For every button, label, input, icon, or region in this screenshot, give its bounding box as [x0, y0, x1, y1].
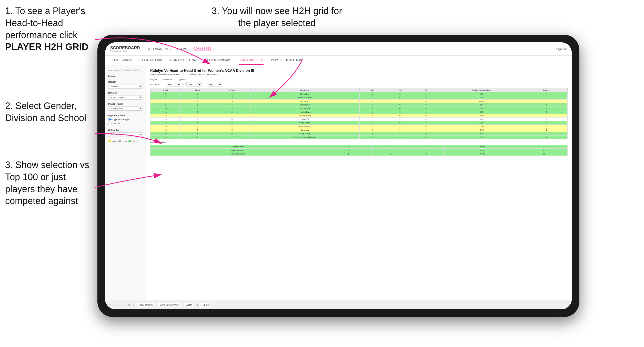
subnav-team-summary[interactable]: TEAM SUMMARY [110, 56, 133, 65]
th-loss: Loss [385, 88, 415, 92]
ood-table-row: Foreign Team1004.5002 [150, 145, 568, 149]
table-row: 19106Emily Chang4100.3011 [150, 132, 568, 136]
sidebar-colour-section: Colour by Win/loss [108, 129, 143, 137]
toolbar-undo2[interactable]: ↩ [114, 304, 116, 306]
th-reg: # Reg [181, 88, 214, 92]
sub-navbar: TEAM SUMMARY TEAM H2H GRID TEAM H2H HEAT… [105, 56, 572, 65]
table-body: 311Esther Lee1011.504522Alexis Sudijanto… [150, 92, 568, 139]
nav-teams[interactable]: TEAMS [177, 47, 187, 51]
legend-dot-level [118, 140, 121, 142]
filter-region: Region [150, 78, 157, 81]
table-header-row: # Div # Reg # Conf Opponent Win Loss Tie… [150, 88, 568, 92]
table-row: 914Sharon Mun1003.673 [150, 103, 568, 107]
subnav-player-summary[interactable]: PLAYER SUMMARY [205, 56, 231, 65]
opponent-view-radio-group: Opponents Played Top 100 [108, 118, 143, 125]
subnav-team-h2h-grid[interactable]: TEAM H2H GRID [140, 56, 162, 65]
panel-title: Katelyn Vo Head-to-Head Grid for Women's… [150, 69, 568, 73]
sidebar-player-section: Player [108, 75, 143, 78]
app-navbar: SCOREBOARD Powered by clippd TOURNAMENTS… [105, 42, 572, 56]
legend-dot-down [108, 140, 111, 142]
subnav-player-h2h-grid[interactable]: PLAYER H2H GRID [239, 56, 264, 65]
table-row: 1585Stella Cheng1001.254 [150, 121, 568, 125]
colour-legend: Down Level Up [108, 140, 143, 142]
th-diff: Diff Av Strokes/Rnd [437, 88, 526, 92]
ood-table-row: NCAA Division 25007.40010 [150, 152, 568, 156]
th-div: # Div [150, 88, 181, 92]
toolbar-more[interactable]: ⚙ [128, 304, 130, 306]
gender-select[interactable]: Women's [108, 84, 143, 89]
h2h-table: # Div # Reg # Conf Opponent Win Loss Tie… [150, 88, 568, 139]
th-conf: # Conf [214, 88, 250, 92]
ood-table-body: Foreign Team1004.5002NAIA Division 11500… [150, 145, 568, 156]
th-tie: Tie [415, 88, 437, 92]
table-row: 311Esther Lee1011.504 [150, 92, 568, 96]
th-win: Win [359, 88, 385, 92]
instruction-step3-left: 3. Show selection vs Top 100 or just pla… [5, 159, 92, 207]
sidebar-opponent-view-section: Opponent view Opponents Played Top 100 [108, 114, 143, 125]
table-row: 522Alexis Sudijanto1004.003 [150, 96, 568, 100]
view-original-btn[interactable]: View: Original [137, 303, 155, 307]
subnav-team-h2h-heatmap[interactable]: TEAM H2H HEATMAP [170, 56, 198, 65]
radio-opponents-played[interactable]: Opponents Played [108, 118, 143, 121]
toolbar-undo[interactable]: ↩ [109, 304, 111, 306]
opponents-filter-select[interactable]: (All) [166, 82, 181, 86]
toolbar-redo[interactable]: ↪ [119, 304, 122, 306]
panel-records: Overall Record: 353 - 34 - 6 Division Re… [150, 73, 568, 76]
table-row: 1311Jessica Huang000-3.002 [150, 114, 568, 118]
radio-top-100[interactable]: Top 100 [108, 122, 143, 125]
watch-btn[interactable]: Watch [184, 303, 194, 307]
nav-tournaments[interactable]: TOURNAMENTS [148, 47, 171, 51]
instruction-step1: 1. To see a Player's Head-to-Head perfor… [5, 5, 103, 53]
th-rounds: Rounds [526, 88, 567, 92]
instruction-step2: 2. Select Gender, Division and School [5, 100, 92, 124]
toolbar-separator: | [125, 304, 125, 306]
share-btn[interactable]: Share [201, 303, 210, 307]
app-logo: SCOREBOARD Powered by clippd [110, 46, 140, 52]
tablet-screen: SCOREBOARD Powered by clippd TOURNAMENTS… [105, 42, 572, 309]
sidebar-gender-section: Gender Women's [108, 81, 143, 89]
legend-dot-up [128, 140, 131, 142]
filter-row: Region Conference Opponent [150, 78, 568, 81]
filter-selects-row: Opponents: (All) (All) (All) [150, 82, 568, 86]
nav-sign-out[interactable]: Sign out [556, 47, 567, 51]
save-custom-btn[interactable]: Save Custom View [158, 303, 181, 307]
toolbar-separator3: | [197, 304, 198, 306]
nav-items: TOURNAMENTS TEAMS COMMITTEE [148, 47, 549, 51]
out-of-division-table: Foreign Team1004.5002NAIA Division 11500… [150, 145, 568, 156]
table-row: 1063Andrea York2004.004 [150, 107, 568, 110]
table-row: 1822Euna Lee000-5.002 [150, 128, 568, 132]
division-select[interactable]: NCAA Division III [108, 95, 143, 100]
filter-conference: Conference [162, 78, 172, 81]
nav-committee[interactable]: COMMITTEE [193, 47, 212, 51]
main-panel: Katelyn Vo Head-to-Head Grid for Women's… [146, 65, 572, 309]
subnav-player-h2h-heatmap[interactable]: PLAYER H2H HEATMAP [271, 56, 302, 65]
sidebar-player-rank-section: Player (Rank) 8. Katelyn Vo [108, 103, 143, 111]
table-row: 20117Federica Domecq Lacroze2101.336 [150, 136, 568, 139]
sidebar-timestamp: Last Updated: 27/03/2024 16:55:38 [108, 69, 143, 71]
sidebar-division-section: Division NCAA Division III [108, 92, 143, 100]
table-row: 633Sydney Kuo010-1.003 [150, 100, 568, 103]
opponent-filter-select[interactable]: (All) [207, 82, 222, 86]
table-row: 1613Jessica Mason120-0.947 [150, 125, 568, 128]
table-row: 1474Eunice Yi2200.389 [150, 118, 568, 121]
filter-opponent-label: Opponent [178, 78, 187, 81]
table-row: 1125Heejo Hyun1003.333 [150, 110, 568, 114]
sidebar: Last Updated: 27/03/2024 16:55:38 Player… [105, 65, 146, 309]
tablet-frame: SCOREBOARD Powered by clippd TOURNAMENTS… [97, 35, 579, 317]
ood-table-row: NAIA Division 115009.26730 [150, 149, 568, 152]
toolbar-separator2: | [133, 304, 134, 306]
player-rank-select[interactable]: 8. Katelyn Vo [108, 106, 143, 111]
conference-filter-select[interactable]: (All) [186, 82, 202, 86]
th-opponent: Opponent [250, 88, 359, 92]
instruction-step3-right: 3. You will now see H2H grid for the pla… [210, 5, 344, 29]
colour-by-select[interactable]: Win/loss [108, 132, 143, 137]
app-toolbar: ↩ ↩ ↪ | ⚙ | View: Original Save Custom V… [105, 300, 572, 309]
main-content: Last Updated: 27/03/2024 16:55:38 Player… [105, 65, 572, 309]
out-of-division-label: Out of division [150, 141, 568, 144]
